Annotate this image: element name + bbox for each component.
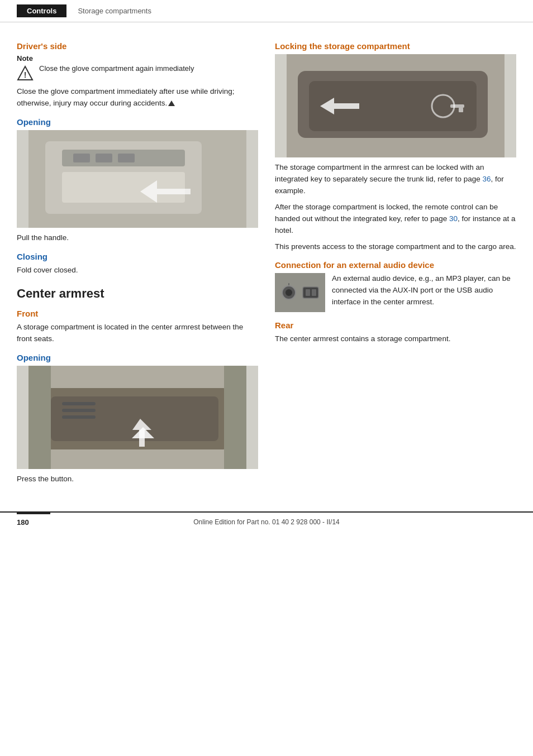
link-page-36[interactable]: 36	[482, 175, 491, 183]
front-body: A storage compartment is located in the …	[17, 322, 258, 345]
svg-rect-7	[73, 154, 90, 162]
drivers-side-title: Driver's side	[17, 41, 258, 51]
link-page-30[interactable]: 30	[449, 214, 458, 223]
opening-title-1: Opening	[17, 117, 258, 127]
image-center-armrest	[17, 366, 258, 469]
footer-text: Online Edition for Part no. 01 40 2 928 …	[193, 518, 340, 526]
connection-body: An external audio device, e.g., an MP3 p…	[332, 273, 516, 308]
svg-rect-25	[450, 104, 464, 108]
body-text-glove: Close the glove compartment immediately …	[17, 86, 258, 109]
note-label: Note	[17, 54, 258, 63]
svg-rect-8	[96, 154, 112, 162]
locking-title: Locking the storage compartment	[275, 41, 516, 51]
note-box: ! Close the glove compartment again imme…	[17, 64, 258, 82]
svg-rect-5	[62, 172, 185, 203]
svg-rect-19	[62, 415, 96, 419]
locking-body-2: After the storage compartment is locked,…	[275, 202, 516, 237]
note-box-text: Close the glove compartment again immedi…	[39, 64, 194, 74]
svg-rect-9	[118, 154, 135, 162]
svg-text:!: !	[24, 70, 27, 79]
rear-body: The center armrest contains a storage co…	[275, 333, 516, 345]
footer-line	[17, 513, 50, 514]
svg-point-29	[285, 289, 292, 296]
closing-title: Closing	[17, 252, 258, 261]
opening-title-2: Opening	[17, 353, 258, 362]
tab-controls[interactable]: Controls	[17, 4, 66, 17]
image-connection-ports	[275, 273, 325, 312]
page-footer: 180 Online Edition for Part no. 01 40 2 …	[0, 511, 533, 532]
warning-icon: !	[17, 65, 34, 82]
connection-ports-svg	[275, 273, 325, 312]
svg-rect-17	[62, 402, 96, 405]
svg-rect-33	[312, 289, 316, 296]
fold-cover-text: Fold cover closed.	[17, 265, 258, 276]
press-button-text: Press the button.	[17, 473, 258, 485]
svg-rect-32	[306, 289, 310, 296]
connection-row: An external audio device, e.g., an MP3 p…	[275, 273, 516, 313]
front-title: Front	[17, 309, 258, 318]
center-armrest-title: Center armrest	[17, 286, 258, 301]
right-column: Locking the storage compartment The stor…	[275, 34, 516, 489]
page-number: 180	[17, 518, 29, 527]
connection-title: Connection for an external audio device	[275, 260, 516, 270]
rear-title: Rear	[275, 320, 516, 330]
center-armrest-svg	[17, 366, 258, 469]
svg-rect-26	[459, 108, 463, 112]
end-marker-icon	[168, 101, 175, 106]
svg-rect-18	[62, 409, 96, 412]
svg-rect-16	[224, 366, 246, 469]
main-content: Driver's side Note ! Close the glove com…	[0, 22, 533, 500]
image-locking-compartment	[275, 54, 516, 157]
page-header: Controls Storage compartments	[0, 0, 533, 22]
image-opening-glove	[17, 130, 258, 228]
locking-svg	[275, 54, 516, 157]
locking-body-3: This prevents access to the storage comp…	[275, 241, 516, 253]
opening-glove-svg	[17, 130, 258, 228]
svg-rect-15	[28, 366, 51, 469]
tab-storage[interactable]: Storage compartments	[78, 7, 151, 15]
locking-body-1: The storage compartment in the armrest c…	[275, 162, 516, 197]
left-column: Driver's side Note ! Close the glove com…	[17, 34, 258, 489]
pull-handle-text: Pull the handle.	[17, 232, 258, 244]
